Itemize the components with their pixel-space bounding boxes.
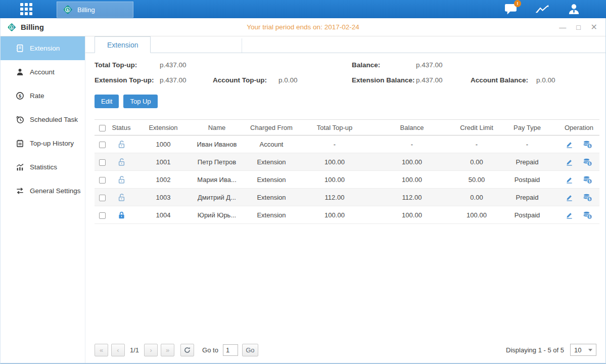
row-checkbox[interactable] (99, 212, 106, 219)
top-up-icon[interactable] (583, 140, 592, 149)
row-checkbox[interactable] (99, 142, 106, 148)
page-size-select[interactable]: 10 (570, 344, 596, 356)
user-account-icon[interactable] (566, 3, 582, 16)
col-operation: Operation (558, 120, 599, 135)
go-button[interactable]: Go (242, 344, 258, 356)
cell-extension: 1004 (133, 206, 194, 224)
app-window: Billing ! Billing Your trial period ends… (0, 0, 606, 364)
sidebar-item-general-settings[interactable]: General Settings (1, 179, 85, 203)
edit-button[interactable]: Edit (95, 95, 119, 108)
taskbar-tab-label: Billing (77, 6, 95, 14)
top-up-icon[interactable] (583, 211, 592, 219)
refresh-button[interactable] (180, 344, 194, 356)
person-silhouette-icon (567, 3, 581, 15)
window-titlebar: Billing Your trial period ends on: 2017-… (1, 18, 605, 36)
next-page-button[interactable]: › (144, 344, 158, 356)
lock-closed-icon[interactable] (117, 211, 126, 219)
lock-open-icon[interactable] (117, 158, 126, 166)
stats-icon (16, 163, 24, 171)
trial-notice: Your trial period ends on: 2017-02-24 (1, 23, 605, 31)
top-up-icon[interactable] (583, 193, 592, 202)
row-checkbox[interactable] (99, 177, 106, 184)
tab-bar: Extension (85, 36, 605, 53)
cell-credit-limit: 50.00 (457, 171, 496, 189)
sidebar-item-label: Rate (30, 92, 44, 100)
summary-value: p.0.00 (278, 76, 352, 84)
minimize-button[interactable]: — (559, 23, 566, 31)
cell-credit-limit: 100.00 (457, 206, 496, 224)
col-extension: Extension (133, 120, 194, 135)
pagination-bar: « ‹ 1/1 › » Go to Go Displaying 1 - 5 of (85, 340, 605, 363)
cell-name: Юрий Юрь... (194, 206, 240, 224)
cell-name: Петр Петров (194, 153, 240, 171)
cell-total-topup: 100.00 (303, 206, 366, 224)
sidebar-item-scheduled-task[interactable]: Scheduled Task (1, 108, 85, 131)
maximize-button[interactable]: □ (576, 23, 580, 31)
cell-charged-from: Extension (240, 171, 303, 189)
goto-page-input[interactable] (223, 344, 238, 356)
sidebar-item-statistics[interactable]: Statistics (1, 155, 85, 179)
edit-icon[interactable] (566, 176, 573, 184)
select-all-checkbox[interactable] (99, 125, 106, 131)
cell-charged-from: Extension (240, 206, 303, 224)
row-checkbox[interactable] (99, 195, 106, 201)
tab-divider (242, 38, 242, 53)
col-credit-limit: Credit Limit (457, 120, 496, 135)
sidebar-item-rate[interactable]: Rate (1, 84, 85, 108)
lock-open-icon[interactable] (117, 140, 126, 149)
taskbar-billing-tab[interactable]: Billing (57, 2, 133, 18)
apps-grid-button[interactable] (17, 0, 35, 18)
cell-balance: 100.00 (366, 206, 457, 224)
summary-value: p.437.00 (160, 61, 213, 69)
main-content: Extension Total Top-up: p.437.00 Balance… (85, 36, 605, 363)
billing-app-icon (62, 4, 73, 15)
col-status: Status (110, 120, 133, 135)
top-up-icon[interactable] (583, 158, 592, 166)
cell-charged-from: Account (240, 135, 303, 153)
chevron-down-icon (588, 349, 592, 351)
top-up-button[interactable]: Top Up (123, 95, 157, 108)
cell-pay-type: Postpaid (496, 171, 558, 189)
sidebar-item-account[interactable]: Account (1, 60, 85, 84)
row-checkbox[interactable] (99, 159, 106, 166)
first-page-button[interactable]: « (95, 344, 108, 356)
close-button[interactable]: ✕ (591, 23, 597, 31)
edit-icon[interactable] (566, 211, 573, 219)
edit-icon[interactable] (566, 141, 573, 148)
summary-label: Balance: (352, 61, 416, 69)
table-row: 1003 Дмитрий Д... Extension 112.00 112.0… (95, 189, 599, 206)
lock-open-icon[interactable] (117, 175, 126, 184)
table-row: 1002 Мария Ива... Extension 100.00 100.0… (95, 171, 599, 189)
notifications-icon[interactable]: ! (503, 3, 519, 16)
top-up-icon[interactable] (583, 175, 592, 184)
arrows-icon (16, 187, 24, 195)
sidebar-item-extension[interactable]: Extension (1, 36, 85, 60)
tab-extension[interactable]: Extension (95, 36, 151, 53)
table-header-row: Status Extension Name Charged From Total… (95, 120, 599, 135)
edit-icon[interactable] (566, 194, 573, 201)
summary-label: Extension Balance: (352, 76, 416, 84)
line-chart-icon (535, 3, 550, 15)
sidebar-item-label: Scheduled Task (30, 116, 78, 123)
cell-total-topup: 100.00 (303, 171, 366, 189)
resource-monitor-icon[interactable] (534, 3, 550, 16)
notification-badge: ! (514, 0, 521, 7)
lock-open-icon[interactable] (117, 193, 126, 202)
sidebar-item-label: Extension (30, 44, 60, 52)
col-pay-type: Pay Type (496, 120, 558, 135)
sidebar-item-top-up-history[interactable]: Top-up History (1, 131, 85, 155)
col-balance: Balance (366, 120, 457, 135)
cell-credit-limit: 0.00 (457, 189, 496, 206)
last-page-button[interactable]: » (161, 344, 174, 356)
cell-extension: 1002 (133, 171, 194, 189)
sidebar: Extension Account Rate Scheduled Task To… (1, 36, 85, 363)
cell-total-topup: 112.00 (303, 189, 366, 206)
cell-pay-type: Prepaid (496, 189, 558, 206)
cell-name: Мария Ива... (194, 171, 240, 189)
edit-icon[interactable] (566, 158, 573, 166)
dollar-icon (16, 92, 24, 100)
cell-extension: 1001 (133, 153, 194, 171)
prev-page-button[interactable]: ‹ (111, 344, 125, 356)
page-indicator: 1/1 (130, 346, 139, 354)
cell-total-topup: 100.00 (303, 153, 366, 171)
